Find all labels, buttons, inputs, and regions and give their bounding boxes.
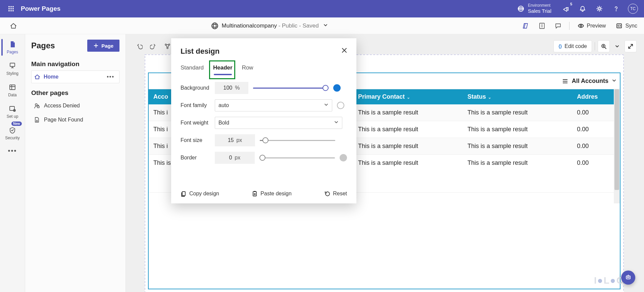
product-name: Power Pages (21, 5, 60, 12)
label-font-size: Font size (181, 137, 204, 143)
avatar-initials: TC (628, 4, 638, 14)
app-launcher-button[interactable] (3, 0, 19, 17)
site-status-dropdown[interactable]: Multinationalcompany - Public - Saved (222, 22, 328, 29)
account-button[interactable]: TC (625, 0, 641, 17)
fullscreen-button[interactable] (625, 40, 637, 52)
chevron-down-icon (615, 44, 620, 49)
rail-item-setup[interactable]: Set up (0, 101, 25, 122)
row-background: Background 100 % (181, 82, 347, 94)
view-picker-button[interactable] (612, 78, 616, 84)
copy-design-button[interactable]: Copy design (181, 191, 219, 197)
table-scrollbar[interactable] (614, 89, 620, 203)
scrollbar-thumb[interactable] (614, 89, 619, 190)
label-border: Border (181, 155, 204, 161)
col-header[interactable]: Primary Contact⌄ (353, 89, 463, 104)
sync-label: Sync (625, 23, 637, 29)
background-slider[interactable] (253, 85, 329, 91)
svg-point-17 (580, 25, 582, 27)
svg-point-6 (8, 10, 10, 11)
font-weight-select[interactable]: Bold (215, 117, 342, 129)
comment-icon (555, 22, 561, 29)
cell: This is a sample result (463, 155, 572, 193)
reset-icon (324, 191, 330, 197)
svg-point-31 (629, 277, 629, 278)
font-family-select[interactable]: auto (215, 99, 332, 111)
list-design-dialog: List design Standard Header Row Backgrou… (171, 38, 356, 203)
svg-point-4 (10, 8, 12, 9)
svg-rect-20 (10, 85, 15, 90)
close-icon (341, 47, 347, 53)
help-button[interactable] (608, 0, 625, 17)
rail-label: Styling (6, 71, 18, 76)
nav-item-more-button[interactable]: ••• (107, 74, 114, 80)
data-icon (8, 83, 16, 91)
user-lock-icon (34, 103, 40, 109)
zoom-dropdown[interactable] (612, 40, 622, 52)
zoom-button[interactable] (598, 40, 610, 52)
border-slider[interactable] (259, 155, 335, 161)
page-missing-icon (34, 117, 40, 123)
edit-code-button[interactable]: ⟨⟩ Edit code (553, 40, 592, 52)
alerts-button[interactable] (574, 0, 591, 17)
svg-point-14 (212, 25, 218, 27)
slider-handle[interactable] (259, 155, 265, 161)
edit-code-label: Edit code (564, 43, 587, 49)
background-color-swatch[interactable] (333, 84, 341, 92)
divider (595, 42, 595, 50)
cell: 0.00 (572, 121, 620, 138)
rail-item-styling[interactable]: Styling (0, 58, 25, 79)
tab-standard[interactable]: Standard (181, 62, 204, 73)
font-color-swatch[interactable] (337, 102, 344, 109)
eye-icon (578, 22, 584, 29)
settings-button[interactable] (591, 0, 608, 17)
nav-item-access-denied[interactable]: Access Denied (31, 99, 119, 112)
copilot-button[interactable] (519, 19, 533, 33)
gear-icon (596, 5, 603, 12)
select-value: Bold (218, 120, 229, 126)
nav-item-page-not-found[interactable]: Page Not Found (31, 113, 119, 126)
rail-item-pages[interactable]: Pages (0, 37, 25, 58)
border-input[interactable]: 0 px (215, 152, 255, 164)
svg-point-8 (12, 10, 14, 11)
slider-handle[interactable] (323, 85, 329, 91)
col-header[interactable]: Addres (572, 89, 620, 104)
svg-point-12 (616, 11, 616, 11)
preview-button[interactable]: Preview (574, 19, 610, 33)
home-button[interactable] (7, 22, 20, 30)
rail-more-button[interactable]: ••• (8, 147, 17, 155)
notifications-button[interactable]: 5 (557, 0, 574, 17)
svg-point-5 (12, 8, 14, 9)
rail-item-data[interactable]: Data (0, 80, 25, 101)
sync-button[interactable]: Sync (612, 19, 641, 33)
tab-header[interactable]: Header (213, 62, 233, 73)
redo-button[interactable] (147, 40, 159, 52)
tab-row[interactable]: Row (242, 62, 253, 73)
cell: This is a sample result (463, 104, 572, 121)
undo-button[interactable] (133, 40, 145, 52)
svg-point-2 (12, 6, 14, 7)
nav-item-home[interactable]: Home ••• (31, 70, 119, 83)
bell-icon (579, 5, 586, 12)
font-size-slider[interactable] (260, 137, 335, 143)
border-color-swatch[interactable] (340, 154, 347, 161)
assistant-fab[interactable] (621, 271, 635, 285)
slider-handle[interactable] (262, 137, 268, 143)
reset-button[interactable]: Reset (324, 191, 347, 197)
font-size-input[interactable]: 15 px (215, 134, 255, 146)
info-button[interactable] (535, 19, 549, 33)
col-header[interactable]: Status⌄ (463, 89, 572, 104)
nav-item-label: Home (44, 74, 58, 80)
paste-design-button[interactable]: Paste design (252, 191, 292, 197)
workflow-icon (164, 43, 171, 50)
environment-picker[interactable]: Environment Sales Trial (517, 3, 551, 14)
feedback-button[interactable] (551, 19, 565, 33)
chevron-down-icon: ⌄ (488, 95, 491, 100)
add-page-button[interactable]: Page (87, 40, 119, 52)
unit: px (235, 155, 240, 161)
topbar: Power Pages Environment Sales Trial 5 TC (0, 0, 644, 17)
rail-item-security[interactable]: New Security (0, 123, 25, 144)
cell: This is a sample result (353, 155, 463, 193)
expand-icon (628, 43, 634, 49)
dialog-close-button[interactable] (340, 46, 349, 55)
background-value-input[interactable]: 100 % (215, 82, 248, 94)
